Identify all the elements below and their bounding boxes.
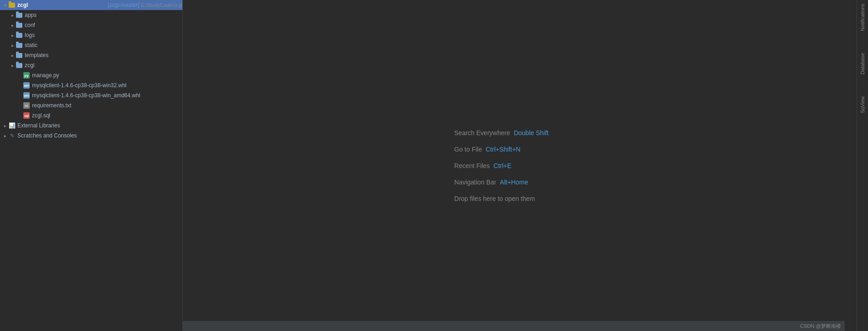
shortcut-key-1: Ctrl+Shift+N xyxy=(485,146,520,153)
main-editor-area: Search Everywhere Double Shift Go to Fil… xyxy=(183,0,857,331)
right-tab-database[interactable]: Database xyxy=(859,51,866,76)
tree-item-mysqlclient2[interactable]: whl mysqlclient-1.4.6-cp38-cp38-win_amd6… xyxy=(0,90,182,100)
shortcut-key-2: Ctrl+E xyxy=(494,162,511,169)
conf-label: conf xyxy=(25,22,182,28)
welcome-content: Search Everywhere Double Shift Go to Fil… xyxy=(454,129,548,202)
conf-folder-icon xyxy=(16,21,23,29)
right-panel: Notifications Database SqView xyxy=(857,0,868,331)
apps-arrow xyxy=(9,12,16,18)
templates-label: templates xyxy=(25,52,182,58)
shortcut-row-1: Go to File Ctrl+Shift+N xyxy=(454,146,548,153)
root-arrow xyxy=(2,2,8,8)
ext-lib-icon: 📊 xyxy=(8,122,16,129)
tree-item-zcgl-sub[interactable]: zcgl xyxy=(0,60,182,70)
tree-root-item[interactable]: zcgl [zcgl-master] E:\StudyCode\zcgl xyxy=(0,0,182,10)
logs-label: logs xyxy=(25,32,182,38)
zcgl-sql-icon: sql xyxy=(23,112,30,119)
apps-label: apps xyxy=(25,12,182,18)
requirements-label: requirements.txt xyxy=(32,102,182,109)
root-path: E:\StudyCode\zcgl xyxy=(141,2,183,8)
tree-item-static[interactable]: static xyxy=(0,40,182,50)
zcgl-sub-arrow xyxy=(9,62,16,68)
zcgl-sub-folder-icon xyxy=(16,62,23,69)
shortcut-key-0: Double Shift xyxy=(514,129,548,137)
mysqlclient2-label: mysqlclient-1.4.6-cp38-cp38-win_amd64.wh… xyxy=(32,92,182,99)
tree-item-external-libraries[interactable]: 📊 External Libraries xyxy=(0,121,182,131)
mysqlclient2-icon: whl xyxy=(23,92,30,99)
static-arrow xyxy=(9,42,16,48)
tree-item-apps[interactable]: apps xyxy=(0,10,182,20)
tree-item-scratches[interactable]: ✎ Scratches and Consoles xyxy=(0,131,182,141)
shortcut-row-0: Search Everywhere Double Shift xyxy=(454,129,548,137)
shortcut-label-2: Recent Files xyxy=(454,162,490,169)
manage-py-icon: py xyxy=(23,72,30,79)
conf-arrow xyxy=(9,22,16,28)
drop-label: Drop files here to open them xyxy=(454,195,535,202)
static-folder-icon xyxy=(16,42,23,49)
tree-item-templates[interactable]: templates xyxy=(0,50,182,60)
static-label: static xyxy=(25,42,182,48)
right-tab-sqview[interactable]: SqView xyxy=(859,95,866,115)
logs-arrow xyxy=(9,32,16,38)
apps-folder-icon xyxy=(16,11,23,19)
right-tab-notifications[interactable]: Notifications xyxy=(859,2,866,33)
logs-folder-icon xyxy=(16,32,23,39)
shortcut-label-1: Go to File xyxy=(454,146,482,153)
watermark-text: CSDN @梦断南楼 xyxy=(800,323,841,330)
shortcut-label-3: Navigation Bar xyxy=(454,179,496,186)
shortcut-key-3: Alt+Home xyxy=(500,179,528,186)
mysqlclient1-label: mysqlclient-1.4.6-cp38-cp38-win32.whl xyxy=(32,82,182,89)
zcgl-sub-label: zcgl xyxy=(25,62,182,68)
ext-lib-arrow xyxy=(2,122,8,129)
requirements-icon: txt xyxy=(23,102,30,109)
manage-py-label: manage.py xyxy=(32,72,182,79)
bottom-status-bar: CSDN @梦断南楼 xyxy=(183,321,845,331)
scratches-icon: ✎ xyxy=(8,132,16,139)
ext-lib-label: External Libraries xyxy=(17,122,182,129)
templates-arrow xyxy=(9,52,16,58)
root-branch: [zcgl-master] xyxy=(108,2,139,8)
root-folder-icon xyxy=(8,1,16,9)
scratches-label: Scratches and Consoles xyxy=(17,132,182,139)
shortcut-row-2: Recent Files Ctrl+E xyxy=(454,162,548,169)
zcgl-sql-label: zcgl.sql xyxy=(32,112,182,119)
drop-text-row: Drop files here to open them xyxy=(454,195,548,202)
mysqlclient1-icon: whl xyxy=(23,82,30,89)
scratches-arrow xyxy=(2,132,8,139)
file-tree-panel: zcgl [zcgl-master] E:\StudyCode\zcgl app… xyxy=(0,0,183,331)
shortcut-label-0: Search Everywhere xyxy=(454,129,510,137)
tree-item-mysqlclient1[interactable]: whl mysqlclient-1.4.6-cp38-cp38-win32.wh… xyxy=(0,80,182,90)
root-name: zcgl xyxy=(17,2,106,8)
tree-item-logs[interactable]: logs xyxy=(0,30,182,40)
shortcut-row-3: Navigation Bar Alt+Home xyxy=(454,179,548,186)
tree-item-manage-py[interactable]: py manage.py xyxy=(0,70,182,80)
tree-item-conf[interactable]: conf xyxy=(0,20,182,30)
tree-item-zcgl-sql[interactable]: sql zcgl.sql xyxy=(0,110,182,121)
templates-folder-icon xyxy=(16,52,23,59)
tree-item-requirements[interactable]: txt requirements.txt xyxy=(0,100,182,110)
